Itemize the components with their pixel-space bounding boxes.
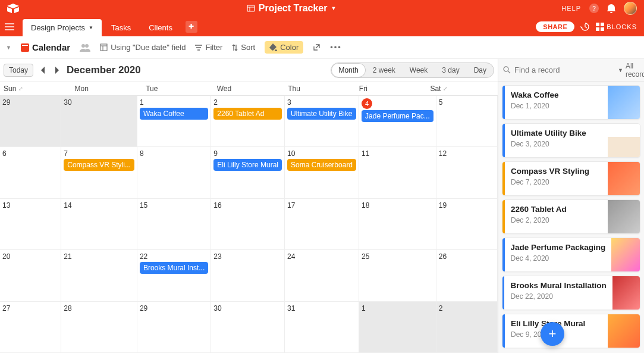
range-option-3-day[interactable]: 3 day (435, 63, 466, 77)
help-icon[interactable]: ? (589, 4, 599, 13)
add-record-fab[interactable]: + (541, 322, 564, 346)
color-button[interactable]: Color (265, 41, 303, 54)
next-month-button[interactable] (52, 65, 62, 75)
calendar-event[interactable]: Waka Coffee (140, 108, 208, 120)
calendar-event[interactable]: 2260 Tablet Ad (213, 108, 282, 120)
calendar-cell[interactable]: 14 (61, 199, 137, 250)
range-segmented[interactable]: Month2 weekWeek3 dayDay (331, 63, 494, 78)
share-button[interactable]: SHARE (536, 21, 574, 32)
view-switcher[interactable]: Calendar (21, 42, 70, 52)
record-card[interactable]: Jade Perfume Packaging Dec 4, 2020 (502, 238, 640, 272)
calendar-cell[interactable]: 16 (211, 199, 285, 250)
prev-month-button[interactable] (38, 65, 48, 75)
calendar-event[interactable]: Soma Cruiserboard (287, 159, 356, 171)
collapse-icon[interactable]: ⤢ (18, 86, 23, 92)
collapse-icon[interactable]: ⤢ (443, 86, 448, 92)
range-option-month[interactable]: Month (331, 63, 365, 77)
calendar-cell[interactable]: 31 (285, 302, 359, 353)
all-records-button[interactable]: ▼ All records (618, 62, 644, 79)
views-caret-icon[interactable]: ▼ (6, 45, 11, 51)
calendar-cell[interactable]: 11 (359, 147, 436, 198)
calendar-cell[interactable]: 15 (137, 199, 211, 250)
calendar-cell[interactable]: 28 (61, 302, 137, 353)
menu-icon[interactable] (5, 23, 21, 30)
record-card[interactable]: Brooks Mural Installation Dec 22, 2020 (502, 276, 640, 310)
dow-label: Thu (288, 85, 300, 93)
filter-button[interactable]: Filter (195, 43, 222, 52)
calendar-cell[interactable]: 8 (137, 147, 211, 198)
svg-rect-0 (247, 5, 255, 11)
calendar-cell[interactable]: 17 (285, 199, 359, 250)
calendar-cell[interactable]: 6 (0, 147, 61, 198)
day-number: 7 (64, 149, 68, 158)
calendar-event[interactable]: Ultimate Utility Bike (287, 108, 356, 120)
record-card[interactable]: Waka Coffee Dec 1, 2020 (502, 85, 640, 120)
table-tab-design-projects[interactable]: Design Projects▼ (23, 19, 102, 36)
today-button[interactable]: Today (4, 64, 33, 77)
table-tab-clients[interactable]: Clients (140, 19, 181, 36)
day-number: 30 (213, 304, 221, 313)
day-number: 16 (213, 201, 221, 210)
calendar-cell[interactable]: 22Brooks Mural Inst... (137, 250, 211, 301)
range-option-week[interactable]: Week (403, 63, 435, 77)
calendar-cell[interactable]: 10Soma Cruiserboard (285, 147, 359, 198)
add-table-button[interactable]: ✚ (186, 21, 197, 33)
more-icon[interactable]: ••• (330, 43, 342, 52)
tables-tab-bar: Design Projects▼TasksClients ✚ SHARE BLO… (0, 17, 644, 36)
help-link[interactable]: HELP (561, 5, 581, 12)
workspace-title[interactable]: Project Tracker ▼ (21, 3, 561, 14)
record-card[interactable]: 2260 Tablet Ad Dec 2, 2020 (502, 199, 640, 234)
calendar-cell[interactable]: 25 (359, 250, 436, 301)
calendar-cell[interactable]: 29 (0, 96, 61, 147)
day-number: 25 (362, 252, 369, 261)
airtable-logo-icon[interactable] (7, 2, 21, 14)
record-card[interactable]: Ultimate Utility Bike Dec 3, 2020 (502, 123, 640, 158)
calendar-cell[interactable]: 30 (211, 302, 285, 353)
notifications-icon[interactable] (607, 4, 615, 13)
range-option-2-week[interactable]: 2 week (366, 63, 403, 77)
calendar-cell[interactable]: 20 (0, 250, 61, 301)
calendar-cell[interactable]: 12 (436, 147, 498, 198)
calendar-event[interactable]: Brooks Mural Inst... (140, 262, 208, 274)
calendar-cell[interactable]: 1 (359, 302, 436, 353)
top-bar: Project Tracker ▼ HELP ? (0, 0, 644, 17)
collaborators-icon[interactable] (80, 43, 90, 52)
find-record-input[interactable] (514, 65, 614, 74)
calendar-cell[interactable]: 30 (61, 96, 137, 147)
calendar-cell[interactable]: 22260 Tablet Ad (211, 96, 285, 147)
calendar-cell[interactable]: 3Ultimate Utility Bike (285, 96, 359, 147)
range-option-day[interactable]: Day (467, 63, 494, 77)
calendar-cell[interactable]: 18 (359, 199, 436, 250)
user-avatar[interactable] (624, 2, 637, 15)
share-view-icon[interactable] (313, 43, 321, 51)
date-field-config[interactable]: Using "Due date" field (100, 43, 186, 52)
table-tab-tasks[interactable]: Tasks (103, 19, 139, 36)
calendar-cell[interactable]: 2 (436, 302, 498, 353)
calendar-cell[interactable]: 4Jade Perfume Pac... (359, 96, 436, 147)
calendar-cell[interactable]: 29 (137, 302, 211, 353)
calendar-cell[interactable]: 5 (436, 96, 498, 147)
calendar-cell[interactable]: 9Eli Lilly Store Mural (211, 147, 285, 198)
svg-rect-5 (596, 27, 599, 31)
calendar-cell[interactable]: 27 (0, 302, 61, 353)
calendar-cell[interactable]: 7Compass VR Styli... (61, 147, 137, 198)
calendar-cell[interactable]: 26 (436, 250, 498, 301)
calendar-event[interactable]: Eli Lilly Store Mural (213, 159, 282, 171)
calendar-event[interactable]: Jade Perfume Pac... (362, 110, 433, 122)
calendar-cell[interactable]: 24 (285, 250, 359, 301)
calendar-pane: Today December 2020 Month2 weekWeek3 day… (0, 59, 498, 353)
record-title: 2260 Tablet Ad (511, 205, 602, 214)
sort-button[interactable]: Sort (232, 43, 255, 52)
calendar-cell[interactable]: 13 (0, 199, 61, 250)
calendar-cell[interactable]: 23 (211, 250, 285, 301)
record-side-panel: ▼ All records ✕ Waka Coffee Dec 1, 2020 … (498, 59, 644, 353)
calendar-event[interactable]: Compass VR Styli... (64, 159, 134, 171)
calendar-cell[interactable]: 1Waka Coffee (137, 96, 211, 147)
calendar-cell[interactable]: 19 (436, 199, 498, 250)
calendar-cell[interactable]: 21 (61, 250, 137, 301)
blocks-button[interactable]: BLOCKS (596, 23, 637, 31)
record-card[interactable]: Eli Lilly Store Mural Dec 9, 2020 (502, 314, 640, 348)
history-icon[interactable] (580, 22, 590, 32)
color-label: Color (280, 43, 299, 52)
record-card[interactable]: Compass VR Styling Dec 7, 2020 (502, 161, 640, 196)
